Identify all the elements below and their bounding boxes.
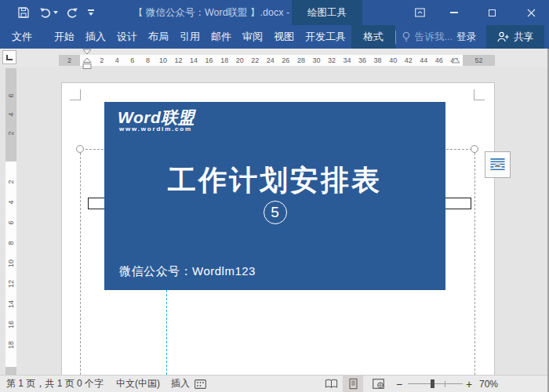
page-number-status[interactable]: 第 1 页，共 1 页 — [6, 376, 75, 392]
zoom-slider-handle[interactable] — [431, 379, 434, 388]
ruler-number: 42 — [401, 56, 416, 64]
word-count-status[interactable]: 0 个字 — [77, 376, 104, 392]
vertical-ruler-bottom — [5, 367, 16, 375]
ribbon-tab[interactable]: 设计 — [111, 25, 143, 49]
zoom-in-button[interactable]: + — [466, 376, 472, 392]
cover-title: 工作计划安排表 — [104, 162, 445, 200]
tab-selector-button[interactable] — [2, 50, 16, 64]
ruler-number: 28 — [293, 56, 309, 64]
ruler-number: 6 — [2, 90, 20, 101]
ribbon-tab[interactable]: 视图 — [268, 25, 300, 49]
hanging-indent-marker[interactable] — [82, 57, 92, 70]
ruler-number: 2 — [94, 56, 110, 64]
ruler-number: 18 — [216, 56, 232, 64]
cover-image[interactable]: Word联盟 www.wordlm.com 工作计划安排表 5 微信公众号：Wo… — [104, 102, 445, 290]
selection-handle[interactable] — [76, 145, 84, 153]
ruler-number: 4 — [110, 56, 125, 64]
ruler-left-margin: 2 — [59, 55, 80, 66]
right-indent-marker[interactable] — [451, 57, 460, 64]
drawing-tools-group-header[interactable]: 绘图工具 — [292, 0, 362, 25]
save-icon — [18, 7, 29, 18]
first-line-indent-marker[interactable] — [82, 49, 92, 55]
ribbon-tab[interactable]: 审阅 — [237, 25, 268, 49]
ruler-number: 34 — [340, 56, 355, 64]
tab-format-contextual[interactable]: 格式 — [351, 25, 395, 49]
ribbon-display-options-icon — [415, 8, 425, 17]
ruler-number: 10 — [1, 258, 21, 269]
insert-mode-status[interactable]: 插入 — [171, 376, 190, 392]
vertical-ruler: 642 24681012141618 — [5, 68, 16, 375]
customize-quick-access-button[interactable] — [86, 0, 96, 25]
ruler-number: 18 — [1, 339, 21, 350]
ruler-number: 6 — [125, 56, 140, 64]
ribbon-tab[interactable]: 开始 — [49, 25, 80, 49]
ruler-number: 2 — [2, 128, 20, 139]
ruler-number: 12 — [171, 56, 187, 64]
sign-in-button[interactable]: 登录 — [456, 25, 476, 49]
ruler-number: 8 — [140, 56, 156, 64]
document-title: 【 微信公众号：Word联盟 】.docx - Word — [133, 0, 315, 25]
share-button[interactable]: 共享 — [486, 25, 544, 49]
chevron-down-icon — [89, 13, 93, 16]
ribbon-tab[interactable]: 插入 — [80, 25, 111, 49]
ruler-number: 46 — [431, 56, 447, 64]
maximize-icon — [489, 9, 496, 16]
zoom-level[interactable]: 70% — [479, 376, 498, 392]
ruler-number: 22 — [247, 56, 263, 64]
redo-button[interactable] — [65, 0, 78, 25]
ribbon-tab-bar: 文件 开始插入设计布局引用邮件审阅视图开发工具 格式 告诉我... 登录 共享 — [0, 25, 549, 49]
ribbon-tab[interactable]: 开发工具 — [300, 25, 351, 49]
vertical-ruler-numbers: 24681012141618 — [5, 162, 16, 367]
margin-crop-mark — [474, 89, 485, 100]
left-tab-icon — [6, 55, 13, 60]
logo-site-url: www.wordlm.com — [119, 125, 192, 132]
tab-file[interactable]: 文件 — [6, 25, 38, 49]
ruler-number: 2 — [1, 176, 21, 187]
selection-dashed-right — [474, 149, 475, 375]
ruler-number: 14 — [186, 56, 202, 64]
redo-icon — [66, 8, 78, 18]
ribbon-tab[interactable]: 引用 — [174, 25, 205, 49]
zoom-out-button[interactable]: − — [396, 376, 402, 392]
ruler-number: 12 — [1, 278, 21, 289]
ruler-number: 26 — [278, 56, 294, 64]
cover-footer: 微信公众号：Wordlm123 — [119, 264, 256, 279]
selection-dashed-left — [80, 149, 81, 375]
save-button[interactable] — [17, 0, 30, 25]
minimize-button[interactable] — [442, 0, 466, 25]
status-bar: 第 1 页，共 1 页 0 个字 中文(中国) 插入 − + 70% — [0, 375, 549, 392]
ribbon-tab[interactable]: 布局 — [143, 25, 174, 49]
zoom-slider-track[interactable] — [408, 383, 463, 384]
maximize-button[interactable] — [480, 0, 504, 25]
macro-record-button[interactable] — [195, 376, 206, 392]
web-layout-button[interactable] — [369, 376, 387, 392]
ruler-number: 4 — [1, 197, 21, 208]
ruler-number: 16 — [1, 319, 21, 330]
print-layout-button[interactable] — [343, 376, 363, 392]
ruler-number: 20 — [232, 56, 248, 64]
ribbon-tabs: 开始插入设计布局引用邮件审阅视图开发工具 — [49, 25, 351, 49]
selection-handle[interactable] — [471, 145, 478, 153]
undo-icon — [40, 8, 52, 18]
ruler-numbers: 2468101214161820222426283032343638404244… — [80, 55, 463, 66]
undo-dropdown[interactable] — [53, 0, 58, 25]
layout-options-button[interactable] — [485, 151, 511, 178]
ruler-row: 2 24681012141618202224262830323436384042… — [0, 49, 549, 67]
language-status[interactable]: 中文(中国) — [116, 376, 160, 392]
minimize-icon — [450, 12, 458, 13]
margin-crop-mark — [70, 89, 81, 100]
web-layout-icon — [373, 379, 384, 389]
person-add-icon — [497, 31, 509, 42]
undo-button[interactable] — [39, 0, 52, 25]
tell-me-box[interactable]: 告诉我... — [402, 25, 453, 49]
ribbon-display-options-button[interactable] — [408, 0, 431, 25]
read-mode-button[interactable] — [322, 376, 340, 392]
title-bar: 【 微信公众号：Word联盟 】.docx - Word 绘图工具 — [0, 0, 549, 25]
tab-separator — [395, 31, 396, 44]
close-button[interactable] — [518, 0, 544, 25]
ruler-number: 40 — [385, 56, 401, 64]
close-icon — [527, 9, 536, 17]
ruler-number: 14 — [1, 299, 21, 310]
ribbon-tab[interactable]: 邮件 — [205, 25, 237, 49]
ruler-number: 44 — [416, 56, 431, 64]
